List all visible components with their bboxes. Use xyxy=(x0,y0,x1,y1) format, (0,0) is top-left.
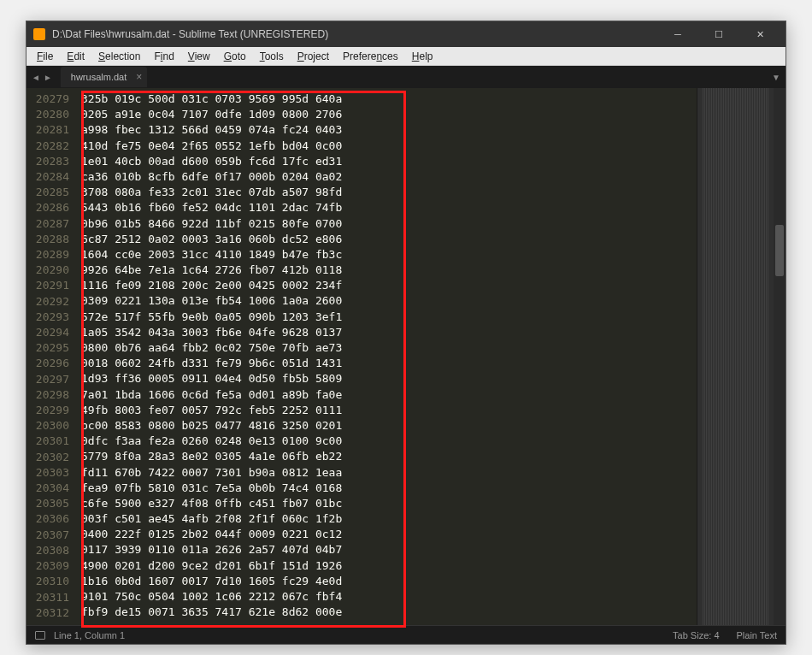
menu-file[interactable]: File xyxy=(30,49,60,64)
line-number-gutter: 2027920280202812028220283202842028520286… xyxy=(26,88,78,625)
line-number: 20310 xyxy=(26,574,69,589)
line-number: 20312 xyxy=(26,605,69,621)
code-line[interactable]: 3708 080a fe33 2c01 31ec 07db a507 98fd xyxy=(81,185,697,200)
code-line[interactable]: 1116 fe09 2108 200c 2e00 0425 0002 234f xyxy=(81,278,697,293)
code-line[interactable]: 0205 a91e 0c04 7107 0dfe 1d09 0800 2706 xyxy=(81,107,697,122)
code-line[interactable]: 4900 0201 d200 9ce2 d201 6b1f 151d 1926 xyxy=(81,558,697,574)
line-number: 20301 xyxy=(26,434,69,449)
code-line[interactable]: fea9 07fb 5810 031c 7e5a 0b0b 74c4 0168 xyxy=(81,481,697,496)
tab-nav-forward[interactable]: ► xyxy=(44,73,52,82)
code-line[interactable]: fbf9 de15 0071 3635 7417 621e 8d62 000e xyxy=(81,605,697,620)
line-number: 20303 xyxy=(26,465,69,481)
maximize-button[interactable]: ☐ xyxy=(700,22,738,46)
code-content[interactable]: 325b 019c 500d 031c 0703 9569 995d 640a0… xyxy=(78,88,697,625)
code-line[interactable]: 0309 0221 130a 013e fb54 1006 1a0a 2600 xyxy=(81,293,697,309)
code-line[interactable]: 5779 8f0a 28a3 8e02 0305 4a1e 06fb eb22 xyxy=(81,449,697,464)
status-position[interactable]: Line 1, Column 1 xyxy=(54,630,125,640)
code-line[interactable]: 1b16 0b0d 1607 0017 7d10 1605 fc29 4e0d xyxy=(81,574,697,589)
line-number: 20293 xyxy=(26,310,69,325)
minimap-content xyxy=(703,88,768,625)
menu-edit[interactable]: Edit xyxy=(60,49,91,64)
code-line[interactable]: 7a01 1bda 1606 0c6d fe5a 0d01 a89b fa0e xyxy=(81,387,697,403)
line-number: 20287 xyxy=(26,216,69,232)
code-line[interactable]: 0dfc f3aa fe2a 0260 0248 0e13 0100 9c00 xyxy=(81,434,697,449)
line-number: 20279 xyxy=(26,91,69,107)
line-number: 20290 xyxy=(26,263,69,278)
menu-help[interactable]: Help xyxy=(405,49,440,64)
line-number: 20295 xyxy=(26,340,69,356)
menu-view[interactable]: View xyxy=(181,49,217,64)
line-number: 20288 xyxy=(26,232,69,247)
line-number: 20282 xyxy=(26,139,69,154)
tab-hwrusalm[interactable]: hwrusalm.dat × xyxy=(61,67,147,87)
code-line[interactable]: 325b 019c 500d 031c 0703 9569 995d 640a xyxy=(81,91,697,107)
code-line[interactable]: 572e 517f 55fb 9e0b 0a05 090b 1203 3ef1 xyxy=(81,310,697,325)
menu-bar: File Edit Selection Find View Goto Tools… xyxy=(26,47,786,66)
minimize-button[interactable]: ─ xyxy=(659,22,697,46)
line-number: 20299 xyxy=(26,403,69,418)
app-icon xyxy=(33,28,45,40)
status-bar: Line 1, Column 1 Tab Size: 4 Plain Text xyxy=(26,625,786,644)
line-number: 20289 xyxy=(26,247,69,263)
code-line[interactable]: fd11 670b 7422 0007 7301 b90a 0812 1eaa xyxy=(81,465,697,481)
line-number: 20311 xyxy=(26,590,69,605)
code-line[interactable]: 9926 64be 7e1a 1c64 2726 fb07 412b 0118 xyxy=(81,263,697,278)
code-line[interactable]: ca36 010b 8cfb 6dfe 0f17 000b 0204 0a02 xyxy=(81,169,697,185)
line-number: 20285 xyxy=(26,185,69,200)
vertical-scrollbar[interactable] xyxy=(774,88,786,625)
line-number: 20308 xyxy=(26,543,69,558)
code-line[interactable]: 0b96 01b5 8466 922d 11bf 0215 80fe 0700 xyxy=(81,216,697,232)
menu-selection[interactable]: Selection xyxy=(91,49,147,64)
menu-goto[interactable]: Goto xyxy=(217,49,253,64)
menu-project[interactable]: Project xyxy=(291,49,336,64)
line-number: 20280 xyxy=(26,107,69,122)
code-line[interactable]: 1e01 40cb 00ad d600 059b fc6d 17fc ed31 xyxy=(81,154,697,169)
tab-strip: ◄ ► hwrusalm.dat × ▼ xyxy=(26,66,786,88)
panel-switcher-icon[interactable] xyxy=(35,631,45,640)
line-number: 20305 xyxy=(26,496,69,511)
line-number: 20281 xyxy=(26,122,69,138)
window-title: D:\Dat Files\hwrusalm.dat - Sublime Text… xyxy=(52,28,659,40)
code-line[interactable]: 0800 0b76 aa64 fbb2 0c02 750e 70fb ae73 xyxy=(81,340,697,356)
line-number: 20298 xyxy=(26,387,69,403)
line-number: 20286 xyxy=(26,200,69,215)
status-tab-size[interactable]: Tab Size: 4 xyxy=(673,630,719,640)
minimap[interactable] xyxy=(697,88,774,625)
code-line[interactable]: 410d fe75 0e04 2f65 0552 1efb bd04 0c00 xyxy=(81,139,697,154)
status-syntax[interactable]: Plain Text xyxy=(737,630,778,640)
line-number: 20296 xyxy=(26,356,69,371)
tab-nav-back[interactable]: ◄ xyxy=(32,73,40,82)
code-line[interactable]: c6fe 5900 e327 4f08 0ffb c451 fb07 01bc xyxy=(81,496,697,511)
code-line[interactable]: 1604 cc0e 2003 31cc 4110 1849 b47e fb3c xyxy=(81,247,697,263)
line-number: 20304 xyxy=(26,481,69,496)
line-number: 20300 xyxy=(26,418,69,434)
code-line[interactable]: 0400 222f 0125 2b02 044f 0009 0221 0c12 xyxy=(81,527,697,542)
editor-area[interactable]: 2027920280202812028220283202842028520286… xyxy=(26,88,786,625)
sublime-text-window: D:\Dat Files\hwrusalm.dat - Sublime Text… xyxy=(26,21,786,645)
scroll-thumb[interactable] xyxy=(775,225,784,276)
line-number: 20291 xyxy=(26,278,69,293)
code-line[interactable]: 9101 750c 0504 1002 1c06 2212 067c fbf4 xyxy=(81,589,697,605)
code-line[interactable]: 0018 0602 24fb d331 fe79 9b6c 051d 1431 xyxy=(81,356,697,371)
code-line[interactable]: 5443 0b16 fb60 fe52 04dc 1101 2dac 74fb xyxy=(81,200,697,215)
code-line[interactable]: 0117 3939 0110 011a 2626 2a57 407d 04b7 xyxy=(81,542,697,558)
code-line[interactable]: a998 fbec 1312 566d 0459 074a fc24 0403 xyxy=(81,122,697,138)
code-line[interactable]: bc00 8583 0800 b025 0477 4816 3250 0201 xyxy=(81,418,697,434)
close-button[interactable]: ✕ xyxy=(741,22,779,46)
window-titlebar[interactable]: D:\Dat Files\hwrusalm.dat - Sublime Text… xyxy=(26,21,786,47)
line-number: 20307 xyxy=(26,528,69,543)
tab-overflow-icon[interactable]: ▼ xyxy=(772,73,780,82)
tab-label: hwrusalm.dat xyxy=(71,72,127,82)
code-line[interactable]: 49fb 8003 fe07 0057 792c feb5 2252 0111 xyxy=(81,403,697,418)
code-line[interactable]: 6c87 2512 0a02 0003 3a16 060b dc52 e806 xyxy=(81,232,697,247)
line-number: 20292 xyxy=(26,294,69,310)
code-line[interactable]: 003f c501 ae45 4afb 2f08 2f1f 060c 1f2b xyxy=(81,511,697,527)
line-number: 20294 xyxy=(26,325,69,340)
menu-tools[interactable]: Tools xyxy=(253,49,291,64)
code-line[interactable]: 1d93 ff36 0005 0911 04e4 0d50 fb5b 5809 xyxy=(81,371,697,387)
tab-close-icon[interactable]: × xyxy=(136,71,142,83)
line-number: 20309 xyxy=(26,558,69,574)
menu-find[interactable]: Find xyxy=(147,49,180,64)
code-line[interactable]: 1a05 3542 043a 3003 fb6e 04fe 9628 0137 xyxy=(81,325,697,340)
menu-preferences[interactable]: Preferences xyxy=(336,49,405,64)
